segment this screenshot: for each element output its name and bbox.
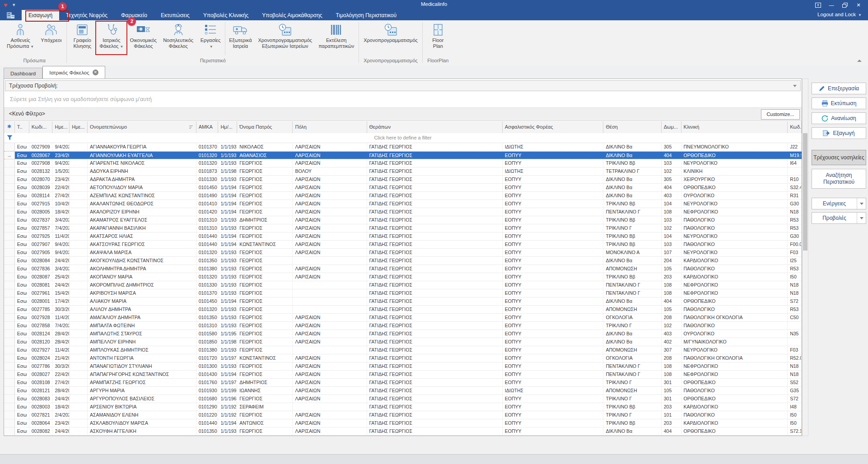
table-row[interactable]: Εσω002796115/4/20ΑΚΡΙΒΟΥΣΗ ΜΑΡΙΣΑ0101370… [4,289,802,297]
fullscreen-icon[interactable] [811,0,825,10]
views-dropdown[interactable]: Προβολές [812,212,866,224]
define-filter-row[interactable]: Click here to define a filter [4,133,802,143]
column-header[interactable]: Ημ/... [218,121,237,133]
refresh-button[interactable]: Ανανέωση [812,112,866,124]
restore-icon[interactable] [838,0,852,10]
column-header[interactable]: Κωδ... [788,121,802,133]
table-row[interactable]: Εσω002791510/4/20ΑΚΑΛΑΝΤΩΝΗΣ ΘΕΟΔΩΡΟΣ010… [4,200,802,208]
table-row[interactable]: Εσω002806423/4/20ΑΣΚΛΑΒΟΥΛΙΔΟΥ ΜΑΡΙΣΑ010… [4,419,802,427]
column-header[interactable]: ΑΜΚΑ [196,121,219,133]
column-header[interactable]: Κωδι... [29,121,53,133]
column-header[interactable]: Θεράπων [367,121,503,133]
referrals-execution-button[interactable]: Εκτέλεση παραπεμπτικών [315,20,357,57]
scheduling-button[interactable]: Χρονοπρογραμματισμός [360,20,421,57]
table-row[interactable]: Εσω002800117/4/20ΑΛΙΑΚΟΥ ΜΑΡΙΑ01014501/1… [4,297,802,306]
column-header[interactable]: Ημε... [70,121,88,133]
logout-and-lock-button[interactable]: Logout and Lock▼ [817,12,862,17]
table-row[interactable]: Εσω00279089/4/202ΑΓΙΑΡΕΝΤΗΣ ΝΙΚΟΛΑΟΣ0101… [4,159,802,167]
column-header[interactable]: Ασφαλιστικός Φορέας [503,121,604,133]
outpatient-scheduling-button[interactable]: Χρονοπρογραμματισμός Εξωτερικών Ιατρείων [255,20,316,57]
table-row[interactable]: Εσω002808725/4/20ΑΚΟΠΑΝΟΥ ΜΑΡΙΑ01013201/… [4,273,802,281]
medical-file-button[interactable]: Ιατρικός Φάκελος▼ [96,20,126,57]
table-row[interactable]: Εσω002800318/4/20ΑΡΣΕΝΙΟΥ ΒΙΚΤΩΡΙΑ010129… [4,403,802,411]
column-header[interactable]: Κλινική [681,121,788,133]
empty-filter-chip[interactable]: <Κενό Φίλτρο> [9,111,45,117]
table-row[interactable]: Εσω002808224/4/20ΑΣΚΟΥΦΗ ΑΓΓΕΛΙΚΗ0101350… [4,427,802,436]
table-row[interactable]: Εσω00279079/4/202ΑΚΑΤΣΟΥΡΑΣ ΓΕΩΡΓΙΟΣ0101… [4,241,802,249]
table-row[interactable]: Εσω00278363/4/202ΑΚΟΛΗΜΗΤΡΑ ΔΗΜΗΤΡΑ01013… [4,265,802,273]
table-row[interactable]: Εσω002808424/4/20ΑΚΟΓΚΟΥΛΙΔΗΣ ΚΩΝΣΤΑΝΤΙΝ… [4,257,802,265]
floor-plan-button[interactable]: Floor Plan [424,20,452,57]
table-row[interactable]: Εσω002792711/4/20ΑΜΠΛΟΥΚΑΣ ΔΗΜΗΤΡΙΟΣ0101… [4,346,802,354]
patients-button[interactable]: Ασθενείς Πρόσωπα▼ [4,20,37,57]
table-row[interactable]: Εσω00278577/4/202ΑΚΑΡΑΓΙΑΝΝΗ ΒΑΣΙΛΙΚΗ010… [4,224,802,232]
scrollbar-thumb[interactable] [803,133,807,251]
table-row[interactable]: Εσω002778530/3/20ΑΛΙΛΟΥ ΔΗΜΗΤΡΑ01013201/… [4,306,802,314]
table-row[interactable]: Εσω002808124/4/20ΑΚΟΡΟΜΠΙΛΗΣ ΔΗΜΗΤΡΙΟΣ01… [4,281,802,289]
collapse-ribbon-icon[interactable] [857,60,862,62]
column-header[interactable]: Δωμ... [662,121,681,133]
group-by-drop-zone[interactable]: Σύρετε μια Στήλη για να ομαδοποιήσετε σύ… [4,92,802,108]
guardians-button[interactable]: Υπόχρεοι [37,20,65,57]
customize-button[interactable]: Customize... [761,109,800,120]
tab-farmakeio[interactable]: Φαρμακείο [114,10,154,20]
table-row[interactable]: Εσω00278212/4/202ΑΣΑΜΑΝΙΔΟΥ ΕΛΕΝΗ0101220… [4,411,802,419]
tab-ypovoles-klinikis[interactable]: Υποβολές Κλινικής [196,10,255,20]
outpatient-clinics-button[interactable]: Εξωτερικά Ιατρεία [226,20,255,57]
financial-file-button[interactable]: Οικονομικός Φάκελος [126,20,160,57]
nursing-file-button[interactable]: Νοσηλευτικός Φάκελος [160,20,196,57]
tab-ypovoles-aimokatharsis[interactable]: Υποβολές Αιμοκάθαρσης [255,10,329,20]
table-row[interactable]: Εσω002810827/4/20ΑΡΑΜΠΑΤΖΗΣ ΓΕΩΡΓΙΟΣ0101… [4,379,802,387]
tab-dashboard[interactable]: Dashboard [4,68,42,79]
tasks-button[interactable]: Εργασίες ▼ [196,20,224,57]
close-icon[interactable]: ✕ [852,0,865,10]
export-button[interactable]: Εξαγωγή [812,127,866,139]
application-icon[interactable] [0,10,22,20]
table-row[interactable]: Εσω002800518/4/20ΑΚΑΛΟΡΙΖΟΥ ΕΙΡΗΝΗ010142… [4,208,802,216]
table-row[interactable]: Εσω00278373/4/202ΑΚΑΜΑΤΡΟΣ ΕΥΑΓΓΕΛΟΣ0101… [4,216,802,224]
case-search-button[interactable]: Αναζήτηση Περιστατικού [812,169,866,189]
tab-timologisi-peristatikou[interactable]: Τιμολόγηση Περιστατικού [329,10,403,20]
horizontal-scrollbar[interactable] [0,454,868,464]
table-row[interactable]: Εσω002811427/4/20ΑΖΕΜΠΙΛΑΣ ΚΩΝΣΤΑΝΤΙΝΟΣ0… [4,192,802,200]
table-row[interactable]: Εσω002792811/4/20ΑΜΑΓΑΛΙΟΥ ΔΗΜΗΤΡΑ010135… [4,314,802,322]
table-row[interactable]: Εσω002802722/4/20ΑΠΑΠΑΓΡΗΓΟΡΗΣ ΚΩΝΣΤΑΝΤΙ… [4,371,802,379]
table-row[interactable]: Εσω00278587/4/202ΑΜΠΑΛΤΑ ΦΩΤΕΙΝΗ01013101… [4,322,802,330]
current-hospitalizations-button[interactable]: Τρέχουσες νοσηλείες [812,150,866,165]
column-header[interactable]: Ημε... [52,121,70,133]
table-row[interactable]: Εσω002812428/4/20ΑΜΠΑΛΩΤΗΣ ΣΤΑΥΡΟΣ010158… [4,330,802,338]
column-header[interactable]: Θέση [603,121,661,133]
close-tab-icon[interactable]: ✕ [93,70,98,75]
row-indicator-header[interactable]: ✱ [4,121,15,133]
edit-button[interactable]: Επεξεργασία [812,83,866,94]
minimize-icon[interactable]: — [825,0,838,10]
current-view-bar[interactable]: Τρέχουσα Προβολή: [5,80,801,91]
table-row[interactable]: Εσω002802421/4/20ΑΝΤΟΝΤΗ ΓΕΩΡΓΙΑ01017201… [4,354,802,362]
vertical-scrollbar[interactable] [802,79,808,436]
table-row[interactable]: Εσω002812128/4/20ΑΡΓΥΡΗ ΜΑΡΙΑ01019301/1/… [4,387,802,395]
tab-medical-file[interactable]: Ιατρικός Φάκελος ✕ [42,66,105,79]
actions-dropdown[interactable]: Ενέργειες [812,198,866,209]
table-row[interactable]: Εσω00279099/4/202ΑΓΙΑΝΝΑΚΟΥΡΑ ΓΕΩΡΓΙΑ010… [4,143,802,151]
column-header[interactable]: Ονοματεπώνυμο [88,121,196,133]
column-header[interactable]: Τ.. [15,121,29,133]
admission-desk-button[interactable]: Γραφείο Κίνησης [68,20,96,57]
table-row[interactable]: Εσω002792511/4/20ΑΚΑΤΣΑΡΟΣ ΗΛΙΑΣ01014401… [4,232,802,241]
chevron-down-icon[interactable] [857,213,866,223]
table-row[interactable]: Εσω002778630/3/20ΑΠΑΝΑΓΙΩΤΙΔΟΥ ΣΤΥΛΙΑΝΗ0… [4,362,802,371]
table-row[interactable]: Εσω002807023/4/20ΑΔΡΑΚΤΑ ΔΗΜΗΤΡΑ01013301… [4,176,802,184]
tab-texnitos-nefros[interactable]: Τεχνητός Νεφρός [59,10,114,20]
table-row[interactable]: Εσω002808324/4/20ΑΡΓΥΡΟΠΟΥΛΟΣ ΒΑΣΙΛΕΙΟΣ0… [4,395,802,403]
chevron-down-icon[interactable] [793,85,797,87]
print-button[interactable]: Εκτύπωση [812,97,866,109]
column-header[interactable]: Όνομα Πατρός [237,121,293,133]
table-row[interactable]: Εσω002803922/4/20ΑΕΤΟΠΟΥΛΙΔΟΥ ΜΑΡΙΑ01014… [4,184,802,192]
tab-ektyposeis[interactable]: Εκτυπώσεις [154,10,196,20]
chevron-down-icon[interactable] [857,198,866,209]
table-row[interactable]: Εσω00279059/4/202ΑΚΑΨΑΛΑ ΜΑΡΙΣΑ01013201/… [4,249,802,257]
table-row[interactable]: Εσω00281321/5/202ΑΔΟΥΚΑ ΕΙΡΗΝΗ01018731/1… [4,167,802,176]
tab-eisagogi[interactable]: Εισαγωγή [22,10,59,20]
table-row[interactable]: Εσω002812028/4/20ΑΜΠΕΛΛΟΥ ΕΙΡΗΝΗ01018501… [4,338,802,346]
column-header[interactable]: Πόλη [293,121,367,133]
table-row[interactable]: →Εσω002806723/4/20ΑΓΙΑΝΝΟΥΛΑΚΗ ΕΥΑΓΓΕΛΙΑ… [4,151,802,159]
